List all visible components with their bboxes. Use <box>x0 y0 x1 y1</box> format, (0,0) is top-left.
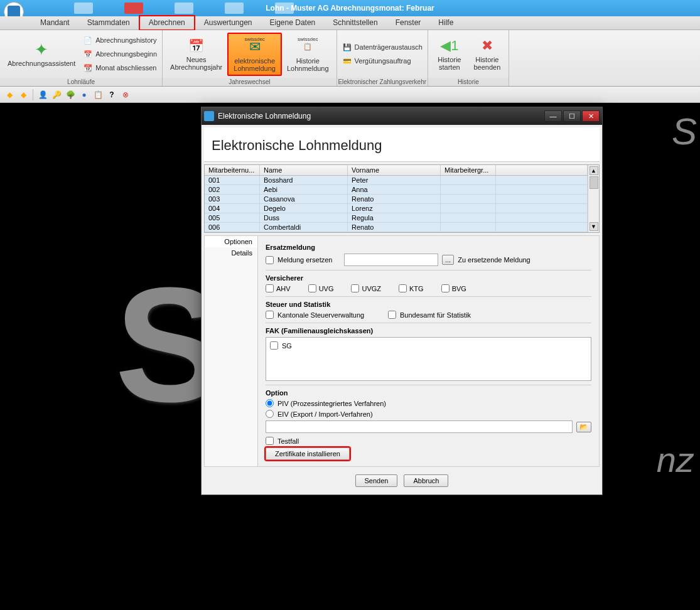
btn-historie-starten[interactable]: ◀1 Historie starten <box>431 35 468 73</box>
background-watermark-s: S <box>672 110 697 153</box>
radio-eiv[interactable] <box>266 410 274 418</box>
cell-num: 004 <box>205 204 260 213</box>
btn-neues-abrechnungsjahr[interactable]: 📅 Neues Abrechnungsjahr <box>165 35 227 73</box>
btn-verguetung[interactable]: 💳 Vergütungsauftrag <box>340 55 425 67</box>
ribbon-group-historie: ◀1 Historie starten ✖ Historie beenden H… <box>428 30 509 86</box>
btn-label: Datenträgeraustausch <box>355 43 423 51</box>
chk-uvg[interactable] <box>308 284 316 292</box>
dialog-title: Elektronische Lohnmeldung <box>218 112 544 120</box>
menu-auswertungen[interactable]: Auswertungen <box>195 16 261 29</box>
tab-optionen[interactable]: Optionen <box>205 236 257 247</box>
chk-ktg[interactable] <box>399 284 407 292</box>
chk-label: Bundesamt für Statistik <box>400 311 471 319</box>
cell-gr <box>441 185 496 194</box>
menu-eigene-daten[interactable]: Eigene Daten <box>261 16 325 29</box>
btn-historie-beenden[interactable]: ✖ Historie beenden <box>468 35 506 73</box>
table-row[interactable]: 003CasanovaRenato <box>205 195 588 204</box>
field-option-path[interactable] <box>266 420 573 433</box>
minimize-button[interactable]: — <box>544 110 562 122</box>
chk-label: BVG <box>452 285 466 292</box>
btn-datentraeger[interactable]: 💾 Datenträgeraustausch <box>340 41 425 53</box>
tab-details[interactable]: Details <box>205 247 257 259</box>
menu-hilfe[interactable]: Hilfe <box>429 16 462 29</box>
qat-btn[interactable]: ◆ <box>18 89 29 100</box>
dialog-titlebar[interactable]: Elektronische Lohnmeldung — ☐ ✕ <box>202 107 602 125</box>
chk-uvgz[interactable] <box>351 284 359 292</box>
cell-gr <box>441 195 496 203</box>
chk-meldung-ersetzen[interactable] <box>266 256 274 264</box>
maximize-button[interactable]: ☐ <box>563 110 581 122</box>
qat-globe-icon[interactable]: ● <box>78 89 90 100</box>
table-row[interactable]: 001BosshardPeter <box>205 176 588 185</box>
qat-btn[interactable]: ◆ <box>4 89 15 100</box>
table-row[interactable]: 004DegeloLorenz <box>205 204 588 213</box>
cell-rest <box>496 195 588 203</box>
fak-listbox[interactable]: SG <box>266 337 591 381</box>
btn-senden[interactable]: Senden <box>355 474 398 487</box>
history-start-icon: ◀1 <box>439 37 460 55</box>
chk-testfall[interactable] <box>266 437 274 445</box>
btn-abrechnungshistory[interactable]: 📄 Abrechnungshistory <box>80 34 159 46</box>
menubar: Mandant Stammdaten Abrechnen Auswertunge… <box>0 16 700 30</box>
history-stop-icon: ✖ <box>477 37 497 55</box>
menu-abrechnen[interactable]: Abrechnen <box>139 15 195 31</box>
btn-elektronische-lohnmeldung[interactable]: swissdec ✉ elektronische Lohnmeldung <box>227 33 282 76</box>
radio-piv[interactable] <box>266 399 274 407</box>
qat-close-icon[interactable]: ⊗ <box>120 89 131 100</box>
scroll-thumb[interactable] <box>590 176 598 189</box>
chk-label: UVG <box>319 285 334 292</box>
menu-mandant[interactable]: Mandant <box>31 16 78 29</box>
taskbar-icon <box>225 3 244 14</box>
btn-abrechnungsassistent[interactable]: ✦ Abrechnungsassistent <box>3 38 80 70</box>
menu-stammdaten[interactable]: Stammdaten <box>78 16 139 29</box>
cell-name: Combertaldi <box>260 223 348 232</box>
btn-abbruch[interactable]: Abbruch <box>404 474 448 487</box>
menu-schnittstellen[interactable]: Schnittstellen <box>324 16 386 29</box>
cell-num: 006 <box>205 223 260 232</box>
qat-person-icon[interactable]: 👤 <box>37 89 48 100</box>
chk-fak-sg[interactable] <box>270 341 278 350</box>
chk-bvg[interactable] <box>441 284 450 292</box>
col-mitarbeiternr[interactable]: Mitarbeiternu... <box>205 165 260 175</box>
col-mitarbeitergr[interactable]: Mitarbeitergr... <box>441 165 496 175</box>
table-scrollbar[interactable]: ▲ ▼ <box>588 165 599 232</box>
chk-bundesamt[interactable] <box>388 311 396 319</box>
tab-list: Optionen Details <box>204 235 258 467</box>
app-title: Lohn - Muster AG Abrechnungsmonat: Febru… <box>266 4 434 13</box>
chk-ahv[interactable] <box>266 284 274 292</box>
employee-table: Mitarbeiternu... Name Vorname Mitarbeite… <box>204 164 600 233</box>
btn-open-folder[interactable]: 📂 <box>576 422 591 432</box>
scroll-down-icon[interactable]: ▼ <box>590 222 598 231</box>
chk-label: AHV <box>276 285 291 292</box>
btn-abrechnungsbeginn[interactable]: 📅 Abrechnungsbeginn <box>80 48 159 60</box>
cell-vorname: Renato <box>348 195 441 203</box>
section-option: Option <box>266 389 591 397</box>
qat-copy-icon[interactable]: 📋 <box>92 89 104 100</box>
field-ersatz-id[interactable] <box>344 254 438 266</box>
col-name[interactable]: Name <box>260 165 348 175</box>
close-button[interactable]: ✕ <box>582 110 600 122</box>
table-row[interactable]: 005DussRegula <box>205 213 588 223</box>
col-vorname[interactable]: Vorname <box>348 165 441 175</box>
btn-zertifikate-installieren[interactable]: Zertifikate installieren <box>266 447 350 460</box>
qat-key-icon[interactable]: 🔑 <box>51 89 62 100</box>
table-row[interactable]: 002AebiAnna <box>205 185 588 195</box>
label-zu-ersetzende: Zu ersetzende Meldung <box>458 256 530 264</box>
calendar-icon: 📅 <box>83 49 93 59</box>
dialog-header: Elektronische Lohnmeldung <box>204 127 600 162</box>
menu-fenster[interactable]: Fenster <box>387 16 430 29</box>
qat-tree-icon[interactable]: 🌳 <box>65 89 76 100</box>
cell-vorname: Regula <box>348 213 441 222</box>
scroll-up-icon[interactable]: ▲ <box>590 166 598 175</box>
col-rest <box>496 165 588 175</box>
btn-monat-abschliessen[interactable]: 📆 Monat abschliessen <box>80 62 159 74</box>
btn-browse[interactable]: ... <box>442 255 454 265</box>
cell-gr <box>441 204 496 213</box>
btn-historie-lohnmeldung[interactable]: swissdec 📋 Historie Lohnmeldung <box>282 34 334 75</box>
cell-num: 001 <box>205 176 260 185</box>
table-row[interactable]: 006CombertaldiRenato <box>205 223 588 232</box>
qat-help-icon[interactable]: ? <box>106 89 117 100</box>
section-versicherer: Versicherer <box>266 274 591 282</box>
chk-kantonale[interactable] <box>266 311 274 319</box>
cell-rest <box>496 185 588 194</box>
